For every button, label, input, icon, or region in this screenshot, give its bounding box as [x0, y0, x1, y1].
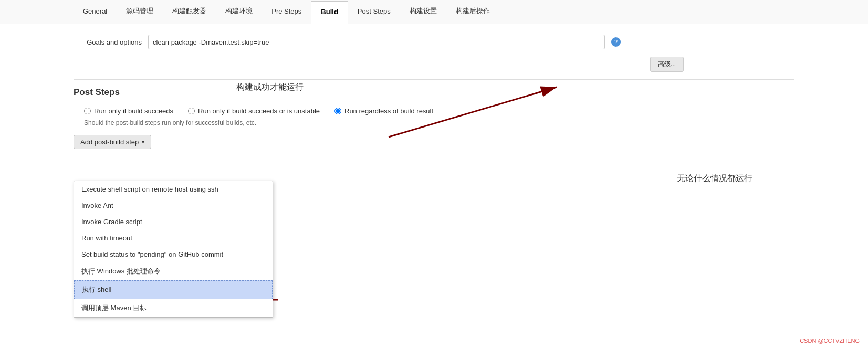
add-post-build-step-button[interactable]: Add post-build step ▾: [74, 135, 151, 149]
radio-option-1[interactable]: Run only if build succeeds: [84, 107, 173, 115]
tab-poststeps[interactable]: Post Steps: [348, 1, 400, 23]
radio-label-3: Run regardless of build result: [344, 107, 433, 115]
radio-options-row: Run only if build succeeds Run only if b…: [84, 107, 794, 115]
divider: [74, 79, 794, 80]
tab-presteps[interactable]: Pre Steps: [262, 1, 311, 23]
dropdown-item-3[interactable]: Run with timeout: [74, 230, 273, 246]
dropdown-item-5[interactable]: 执行 Windows 批处理命令: [74, 262, 273, 280]
dropdown-item-6[interactable]: 执行 shell: [74, 280, 273, 299]
radio-build-succeeds[interactable]: [84, 108, 91, 114]
post-steps-section: 构建成功才能运行 Post Steps Run only if build su…: [74, 87, 794, 149]
dropdown-menu: Execute shell script on remote host usin…: [74, 181, 273, 318]
dropdown-item-7[interactable]: 调用顶层 Maven 目标: [74, 299, 273, 317]
radio-option-3[interactable]: Run regardless of build result: [334, 107, 433, 115]
tab-general[interactable]: General: [74, 1, 117, 23]
tab-build[interactable]: Build: [311, 1, 348, 24]
dropdown-item-1[interactable]: Invoke Ant: [74, 197, 273, 214]
help-icon[interactable]: ?: [611, 37, 621, 47]
tab-buildsettings[interactable]: 构建设置: [400, 0, 446, 24]
dropdown-item-0[interactable]: Execute shell script on remote host usin…: [74, 181, 273, 197]
post-steps-title: Post Steps: [74, 87, 794, 98]
dropdown-arrow-icon: ▾: [142, 139, 144, 145]
watermark: CSDN @CCTVZHENG: [800, 338, 860, 344]
advanced-btn-row: 高级...: [148, 57, 684, 72]
hint-text: Should the post-build steps run only for…: [84, 119, 794, 126]
goals-input[interactable]: [148, 35, 605, 49]
radio-option-2[interactable]: Run only if build succeeds or is unstabl…: [188, 107, 320, 115]
dropdown-item-4[interactable]: Set build status to "pending" on GitHub …: [74, 246, 273, 262]
annotation-run-always: 无论什么情况都运行: [677, 173, 752, 184]
tab-postbuild[interactable]: 构建后操作: [446, 0, 499, 24]
tab-env[interactable]: 构建环境: [216, 0, 262, 24]
radio-regardless[interactable]: [334, 108, 341, 114]
radio-build-unstable[interactable]: [188, 108, 195, 114]
tabs-bar: General 源码管理 构建触发器 构建环境 Pre Steps Build …: [0, 0, 868, 24]
add-step-label: Add post-build step: [80, 138, 139, 146]
dropdown-item-2[interactable]: Invoke Gradle script: [74, 214, 273, 230]
goals-row: Goals and options ?: [74, 35, 794, 49]
radio-label-1: Run only if build succeeds: [94, 107, 173, 115]
advanced-button[interactable]: 高级...: [650, 57, 684, 72]
content-area: Goals and options ? 高级... 构建成功才能运行 Post …: [0, 24, 868, 160]
radio-label-2: Run only if build succeeds or is unstabl…: [198, 107, 320, 115]
goals-label: Goals and options: [74, 38, 142, 46]
tab-triggers[interactable]: 构建触发器: [163, 0, 216, 24]
tab-source[interactable]: 源码管理: [117, 0, 163, 24]
